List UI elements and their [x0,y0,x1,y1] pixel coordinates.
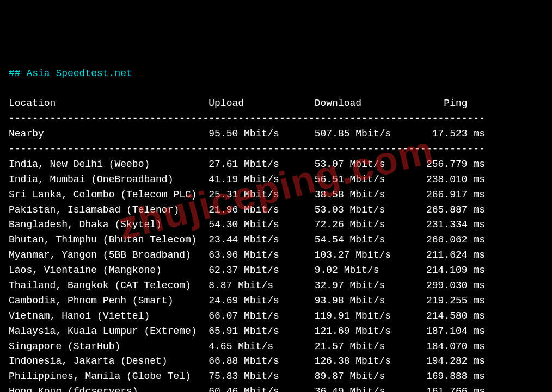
divider: ----------------------------------------… [9,113,485,124]
header-row: Location Upload Download Ping [9,98,468,109]
divider: ----------------------------------------… [9,144,485,154]
nearby-row: Nearby 95.50 Mbit/s 507.85 Mbit/s 17.523… [9,128,485,139]
terminal-output: ## Asia Speedtest.net Location Upload Do… [9,66,543,392]
data-rows: India, New Delhi (Weebo) 27.61 Mbit/s 53… [9,159,485,392]
section-title: ## Asia Speedtest.net [9,68,132,79]
